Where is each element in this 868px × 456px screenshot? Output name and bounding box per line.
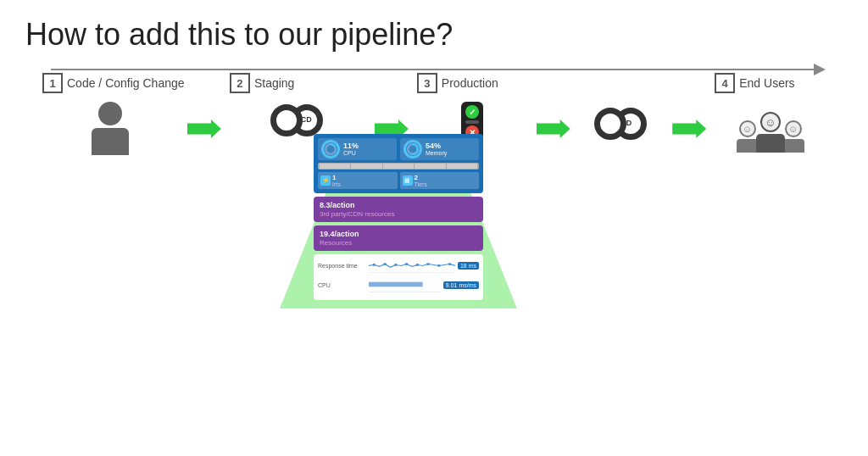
perf2-label: Resources (320, 239, 477, 247)
step-3-cicd: CI CD (570, 73, 673, 142)
status-2-icon: ▦ (403, 175, 413, 186)
svg-point-10 (437, 264, 441, 267)
chart2-label: CPU (318, 282, 369, 288)
page-title: How to add this to our pipeline? (25, 17, 843, 53)
step-2-label: Staging (254, 76, 294, 90)
page: How to add this to our pipeline? 1 Code … (0, 0, 868, 456)
status-2-label: Tiers (415, 181, 427, 187)
response-time-chart (369, 258, 455, 273)
response-time-row: Response time 18 ms (318, 258, 479, 273)
svg-point-4 (372, 264, 376, 266)
cpu-metric: 11% CPU (318, 138, 397, 160)
memory-gauge (403, 140, 422, 158)
step-3-label: Production (442, 76, 498, 90)
svg-point-6 (394, 264, 398, 266)
server-hardware-bar (318, 163, 479, 170)
step-1-label: Code / Config Change (67, 76, 185, 90)
status-1-label: Irts (332, 181, 341, 187)
status-1-num: 1 (332, 174, 341, 181)
perf-card-2: 19.4/action Resources (314, 225, 483, 251)
status-2-num: 2 (415, 174, 427, 181)
chart-card: Response time 18 ms (314, 254, 483, 300)
cpu-chart (369, 277, 441, 292)
server-status-row: ⚡ 1 Irts ▦ 2 Tiers (318, 172, 479, 189)
status-2: ▦ 2 Tiers (400, 172, 480, 189)
step-2: 2 Staging CI CD (221, 73, 375, 139)
status-1: ⚡ 1 Irts (318, 172, 398, 189)
chart2-value: 9.01 ms/ms (443, 281, 479, 289)
arrow-1 (187, 73, 221, 138)
cpu-value: 11% (343, 142, 359, 150)
arrow-3 (537, 73, 570, 138)
end-users-icon: ☺ ☺ ☺ (737, 102, 804, 153)
chart1-value: 18 ms (458, 262, 479, 270)
step-1: 1 Code / Config Change (34, 73, 187, 155)
step-2-number: 2 (230, 73, 250, 93)
cpu-gauge (321, 140, 340, 158)
step-3-number: 3 (417, 73, 437, 93)
svg-point-7 (405, 263, 409, 265)
step-3: 3 Production ✓ ✕ (409, 73, 537, 142)
status-1-icon: ⚡ (320, 175, 331, 186)
step-4-number: 4 (715, 73, 735, 93)
cicd-production-icon: CI CD (594, 105, 648, 142)
svg-point-11 (448, 263, 452, 265)
perf1-label: 3rd party/CDN resources (320, 210, 477, 218)
chart1-label: Response time (318, 263, 369, 269)
arrow-2 (375, 73, 409, 138)
perf2-value: 19.4/action (320, 230, 477, 238)
timeline-bar (51, 69, 817, 70)
svg-point-8 (415, 264, 419, 266)
cpu-chart-row: CPU 9.01 ms/ms (318, 277, 479, 292)
step-4: 4 End Users ☺ ☺ (706, 73, 834, 153)
memory-metric: 54% Memory (400, 138, 479, 160)
step-4-label: End Users (739, 76, 794, 90)
svg-point-9 (426, 263, 430, 265)
memory-label: Memory (426, 150, 447, 157)
dashboard-panel: 11% CPU 54% Memory (314, 134, 483, 300)
perf-card-1: 8.3/action 3rd party/CDN resources (314, 197, 483, 222)
perf1-value: 8.3/action (320, 201, 477, 209)
cpu-label: CPU (343, 150, 359, 157)
svg-rect-12 (369, 282, 423, 287)
person-icon (92, 102, 129, 155)
step-1-number: 1 (42, 73, 63, 93)
arrow-4 (672, 73, 706, 138)
server-metrics-card: 11% CPU 54% Memory (314, 134, 483, 193)
memory-value: 54% (426, 142, 447, 150)
svg-point-5 (383, 263, 387, 265)
